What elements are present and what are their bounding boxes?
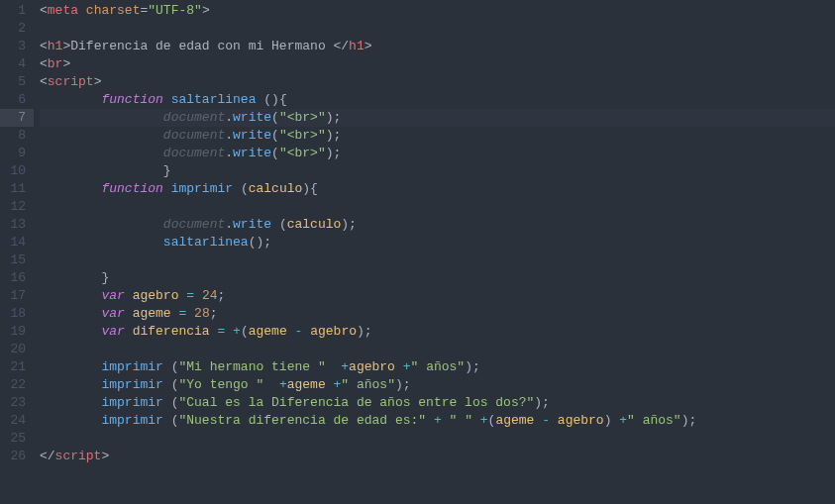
code-line[interactable]: function imprimir (calculo){ (40, 180, 835, 198)
line-number: 3 (0, 38, 34, 55)
line-number: 25 (0, 430, 34, 448)
code-line[interactable]: var agebro = 24; (40, 287, 835, 305)
code-line[interactable]: <h1>Diferencia de edad con mi Hermano </… (40, 38, 835, 55)
line-number: 7 (0, 109, 34, 127)
code-line[interactable]: } (40, 269, 835, 287)
line-number: 13 (0, 216, 34, 234)
code-line[interactable]: <br> (40, 55, 835, 73)
line-number: 24 (0, 412, 34, 430)
code-line[interactable]: document.write("<br>"); (40, 145, 835, 162)
code-line[interactable]: saltarlinea(); (40, 234, 835, 252)
code-line[interactable] (40, 341, 835, 358)
code-line[interactable]: } (40, 162, 835, 180)
code-content-area[interactable]: <meta charset="UTF-8"> <h1>Diferencia de… (34, 2, 835, 465)
code-line[interactable]: imprimir ("Cual es la Diferencia de años… (40, 394, 835, 412)
line-number: 14 (0, 234, 34, 252)
code-line[interactable]: function saltarlinea (){ (40, 91, 835, 109)
line-number: 1 (0, 2, 34, 20)
line-number: 5 (0, 73, 34, 91)
code-line[interactable]: document.write (calculo); (40, 216, 835, 234)
code-line[interactable] (40, 252, 835, 269)
line-number-gutter: 1234567891011121314151617181920212223242… (0, 2, 34, 465)
code-editor[interactable]: 1234567891011121314151617181920212223242… (0, 0, 835, 465)
code-line[interactable] (40, 198, 835, 216)
line-number: 6 (0, 91, 34, 109)
line-number: 22 (0, 376, 34, 394)
code-line[interactable]: imprimir ("Yo tengo " +ageme +" años"); (40, 376, 835, 394)
code-line[interactable]: document.write("<br>"); (40, 109, 835, 127)
code-line[interactable]: <meta charset="UTF-8"> (40, 2, 835, 20)
line-number: 20 (0, 341, 34, 358)
code-line[interactable] (40, 20, 835, 38)
code-line[interactable]: imprimir ("Mi hermano tiene " +agebro +"… (40, 358, 835, 376)
code-line[interactable]: imprimir ("Nuestra diferencia de edad es… (40, 412, 835, 430)
line-number: 4 (0, 55, 34, 73)
line-number: 15 (0, 252, 34, 269)
line-number: 2 (0, 20, 34, 38)
line-number: 8 (0, 127, 34, 145)
line-number: 19 (0, 323, 34, 341)
line-number: 12 (0, 198, 34, 216)
line-number: 17 (0, 287, 34, 305)
line-number: 26 (0, 448, 34, 465)
code-line[interactable]: document.write("<br>"); (40, 127, 835, 145)
line-number: 23 (0, 394, 34, 412)
line-number: 21 (0, 358, 34, 376)
line-number: 11 (0, 180, 34, 198)
code-line[interactable]: var diferencia = +(ageme - agebro); (40, 323, 835, 341)
line-number: 18 (0, 305, 34, 323)
code-line[interactable]: <script> (40, 73, 835, 91)
code-line[interactable]: var ageme = 28; (40, 305, 835, 323)
line-number: 9 (0, 145, 34, 162)
line-number: 16 (0, 269, 34, 287)
code-line[interactable] (40, 430, 835, 448)
line-number: 10 (0, 162, 34, 180)
code-line[interactable]: </script> (40, 448, 835, 465)
